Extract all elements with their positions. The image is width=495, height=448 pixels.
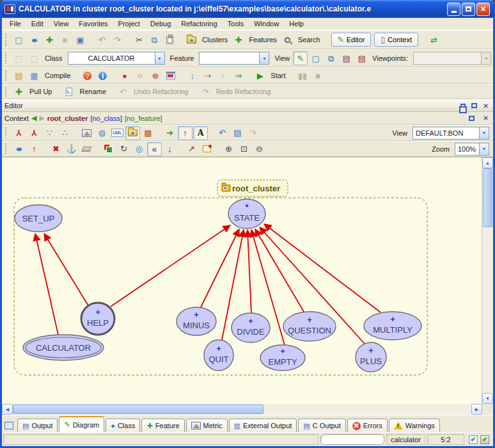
zoom-in-icon[interactable]: ⊕ bbox=[221, 142, 236, 156]
force-layout-icon[interactable]: « bbox=[147, 142, 162, 156]
close-context-icon[interactable]: ✕ bbox=[481, 114, 491, 123]
class-node-QUESTION[interactable]: +QUESTION bbox=[283, 312, 336, 341]
undock-pane-icon[interactable] bbox=[458, 101, 468, 110]
text-tool-icon[interactable]: A bbox=[193, 126, 208, 140]
start-icon[interactable]: ▶ bbox=[253, 68, 267, 83]
class-view-icon[interactable]: ▩ bbox=[141, 126, 155, 140]
context-button[interactable]: ▯Context bbox=[374, 33, 418, 47]
maximize-pane-icon[interactable] bbox=[469, 101, 479, 110]
cluster-label-box[interactable]: root_cluster bbox=[217, 180, 288, 196]
run-to-cursor-icon[interactable]: ⇒ bbox=[231, 68, 246, 83]
pull-up-icon[interactable]: ✚ bbox=[12, 84, 26, 99]
flat-contract-view-icon[interactable]: ▤ bbox=[354, 51, 369, 65]
zoom-out-icon[interactable]: ⊖ bbox=[252, 142, 267, 156]
basic-text-view-icon[interactable]: ✎ bbox=[293, 51, 308, 65]
menu-favorites[interactable]: Favorites bbox=[74, 19, 113, 29]
aggregate-link-tool-icon[interactable]: ∴ bbox=[58, 126, 72, 140]
inheritance-mode-icon[interactable]: ↑ bbox=[178, 126, 192, 140]
remove-breakpoints-icon[interactable]: ⊗ bbox=[148, 68, 162, 83]
rotate-icon[interactable]: ↻ bbox=[116, 142, 131, 156]
vertical-scroll-thumb[interactable] bbox=[483, 168, 492, 227]
new-feature-icon[interactable]: ✚ bbox=[42, 33, 57, 47]
inheritance-link-HELP-SET_UP[interactable] bbox=[44, 234, 89, 307]
diagram-view-combo-arrow-icon[interactable]: ▼ bbox=[479, 127, 489, 139]
client-link-tool-icon[interactable]: ∵ bbox=[42, 126, 57, 140]
editor-button[interactable]: ✎Editor bbox=[331, 33, 372, 47]
clickable-view-icon[interactable]: ▢ bbox=[308, 51, 323, 65]
client-links-icon[interactable]: Y bbox=[27, 126, 42, 140]
class-node-EMPTY[interactable]: +EMPTY bbox=[260, 345, 305, 371]
compile-icon[interactable]: ▦ bbox=[27, 68, 42, 83]
maximize-context-icon[interactable] bbox=[467, 114, 476, 123]
search-icon[interactable] bbox=[280, 33, 295, 47]
class-node-MULTIPLY[interactable]: +MULTIPLY bbox=[364, 312, 421, 340]
paste-icon[interactable] bbox=[162, 33, 177, 47]
class-node-CALCULATOR[interactable]: CALCULATOR bbox=[23, 335, 104, 360]
class-combo[interactable]: CALCULATOR▼ bbox=[68, 52, 165, 65]
uml-view-icon[interactable]: UML bbox=[110, 126, 125, 140]
menu-debug[interactable]: Debug bbox=[145, 19, 176, 29]
menu-tools[interactable]: Tools bbox=[223, 19, 249, 29]
scroll-right-icon[interactable]: ▶ bbox=[471, 404, 482, 415]
menu-refactoring[interactable]: Refactoring bbox=[176, 19, 222, 29]
tab-external-output[interactable]: ▥External Output bbox=[229, 419, 297, 432]
fit-to-window-icon[interactable]: ⊡ bbox=[237, 142, 251, 156]
class-node-SET_UP[interactable]: SET_UP bbox=[15, 205, 62, 232]
menu-edit[interactable]: Edit bbox=[26, 19, 49, 29]
straighten-links-icon[interactable]: ↗ bbox=[184, 142, 199, 156]
tab-output[interactable]: ▤Output bbox=[17, 419, 58, 432]
context-back-icon[interactable]: ◀ bbox=[31, 114, 36, 122]
contract-view-icon[interactable]: ▤ bbox=[339, 51, 354, 65]
tab-feature[interactable]: ✚Feature bbox=[141, 419, 184, 432]
delete-icon[interactable]: ✖ bbox=[49, 142, 63, 156]
layout-direction-icon[interactable]: ↓ bbox=[162, 142, 177, 156]
class-combo-arrow-icon[interactable]: ▼ bbox=[155, 52, 164, 64]
menu-project[interactable]: Project bbox=[113, 19, 145, 29]
new-class-icon[interactable]: ● bbox=[27, 33, 42, 47]
diagram-history-icon[interactable]: ▤ bbox=[230, 126, 245, 140]
zoom-combo[interactable]: 100%▼ bbox=[455, 143, 489, 156]
inheritance-link-CALCULATOR-SET_UP[interactable] bbox=[35, 234, 58, 335]
context-cluster[interactable]: root_cluster bbox=[47, 115, 88, 122]
remove-anchor-icon[interactable]: ⚓ bbox=[64, 142, 79, 156]
flat-view-icon[interactable]: ⧉ bbox=[324, 51, 338, 65]
external-commands-icon[interactable]: ⇄ bbox=[427, 33, 441, 47]
horizontal-scroll-thumb[interactable] bbox=[13, 404, 263, 414]
disable-breakpoints-icon[interactable]: ○ bbox=[132, 68, 147, 83]
minimize-button[interactable] bbox=[447, 3, 460, 16]
step-into-icon[interactable]: ↓ bbox=[185, 68, 200, 83]
horizontal-scrollbar[interactable]: ◀ ▶ bbox=[2, 404, 493, 415]
clusters-icon[interactable] bbox=[184, 33, 199, 47]
cut-icon[interactable]: ✂ bbox=[132, 33, 146, 47]
new-window-icon[interactable]: ▢ bbox=[12, 33, 26, 47]
export-image-icon[interactable] bbox=[79, 126, 94, 140]
scroll-up-icon[interactable]: ▲ bbox=[482, 157, 493, 168]
tab-diagram[interactable]: ✎Diagram bbox=[59, 416, 104, 432]
tab-errors[interactable]: Errors bbox=[347, 419, 388, 432]
enable-breakpoints-icon[interactable]: ● bbox=[117, 68, 132, 83]
class-node-QUIT[interactable]: +QUIT bbox=[204, 340, 233, 371]
eraser-icon[interactable] bbox=[79, 142, 94, 156]
toggle-labels-icon[interactable] bbox=[200, 142, 214, 156]
inheritance-link-QUESTION-STATE[interactable] bbox=[255, 229, 304, 312]
menu-help[interactable]: Help bbox=[284, 19, 309, 29]
tab-class[interactable]: ●Class bbox=[106, 419, 140, 432]
scroll-left-icon[interactable]: ◀ bbox=[2, 404, 13, 415]
fill-color-icon[interactable] bbox=[101, 142, 116, 156]
vertical-scrollbar[interactable]: ▲ ▼ bbox=[482, 157, 493, 404]
maximize-button[interactable] bbox=[462, 3, 475, 16]
close-pane-icon[interactable]: ✕ bbox=[481, 101, 491, 110]
feature-combo-arrow-icon[interactable]: ▼ bbox=[259, 52, 269, 64]
copy-icon[interactable]: ⧉ bbox=[147, 33, 162, 47]
inheritance-link-DIVIDE-STATE[interactable] bbox=[248, 230, 251, 313]
feature-combo[interactable]: ▼ bbox=[199, 52, 269, 65]
tab-c-output[interactable]: ▤C Output bbox=[298, 419, 345, 432]
features-icon[interactable]: ✚ bbox=[231, 33, 246, 47]
zoom-combo-arrow-icon[interactable]: ▼ bbox=[479, 143, 489, 155]
class-node-HELP[interactable]: +HELP bbox=[81, 303, 114, 335]
rename-icon[interactable]: I.. bbox=[61, 84, 76, 99]
menu-file[interactable]: File bbox=[4, 19, 26, 29]
inheritance-link-MULTIPLY-STATE[interactable] bbox=[264, 224, 381, 312]
inheritance-link-HELP-STATE[interactable] bbox=[111, 225, 230, 307]
inheritance-links-icon[interactable]: Y bbox=[12, 126, 26, 140]
